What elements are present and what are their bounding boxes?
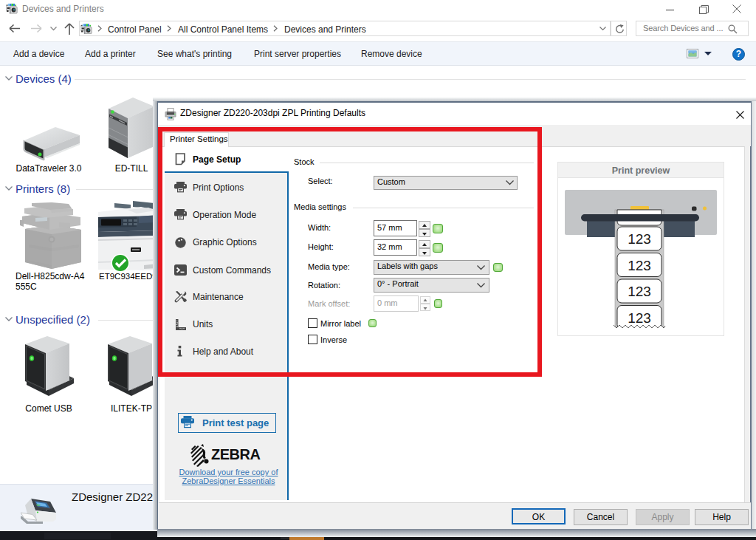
svg-text:123: 123 [628, 258, 651, 273]
svg-text:123: 123 [628, 310, 651, 326]
svg-text:123: 123 [628, 231, 651, 247]
svg-text:123: 123 [628, 284, 651, 299]
